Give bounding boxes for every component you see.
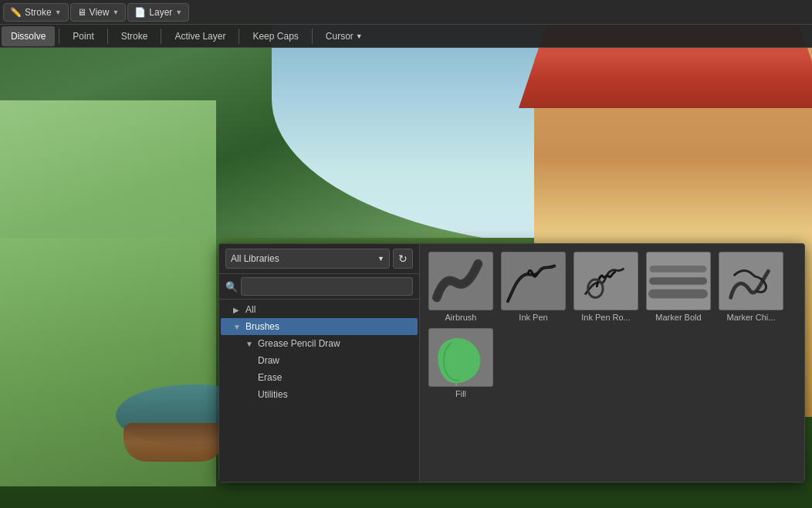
layer-icon: 📄 <box>134 7 146 18</box>
brush-label-inkpenro: Ink Pen Ro... <box>581 313 631 322</box>
brush-label-markerchi: Marker Chi... <box>727 313 776 322</box>
tree-brushes-label: Brushes <box>245 321 279 332</box>
panel-main: Airbrush Ink Pen <box>420 244 804 482</box>
all-chevron-icon: ▶ <box>233 306 242 314</box>
separator-4 <box>239 29 239 44</box>
layer-button[interactable]: 📄 Layer ▼ <box>127 3 189 22</box>
brush-item-inkpenro[interactable]: Ink Pen Ro... <box>571 250 641 323</box>
tree-item-utilities[interactable]: Utilities <box>221 386 418 403</box>
view-button[interactable]: 🖥 View ▼ <box>70 3 127 22</box>
refresh-button[interactable]: ↻ <box>393 249 413 269</box>
panel-sidebar: All Libraries ▼ ↻ 🔍 ▶ All ▼ Brushes ▼ <box>219 244 420 482</box>
brush-item-fill[interactable]: Fill <box>426 327 496 400</box>
brush-item-airbrush[interactable]: Airbrush <box>426 250 496 323</box>
tree-item-draw[interactable]: Draw <box>221 352 418 369</box>
stroke-button[interactable]: ✏️ Stroke ▼ <box>3 3 69 22</box>
layer-label: Layer <box>149 7 172 18</box>
brush-thumb-markerchi <box>719 252 783 310</box>
brush-item-markerchi[interactable]: Marker Chi... <box>716 250 786 323</box>
view-icon: 🖥 <box>77 7 86 18</box>
brush-label-inkpen: Ink Pen <box>519 313 547 322</box>
tree-all-label: All <box>245 304 255 315</box>
svg-rect-1 <box>502 252 565 310</box>
tab-active-layer[interactable]: Active Layer <box>165 26 235 46</box>
brush-label-airbrush: Airbrush <box>445 313 477 322</box>
tab-dissolve[interactable]: Dissolve <box>2 26 55 46</box>
search-bar: 🔍 <box>219 274 419 300</box>
view-label: View <box>90 7 110 18</box>
grease-chevron-icon: ▼ <box>245 340 255 348</box>
brush-item-markerbold[interactable]: Marker Bold <box>644 250 713 323</box>
brush-thumb-inkpen <box>501 252 566 310</box>
separator-5 <box>312 29 313 44</box>
brush-item-inkpen[interactable]: Ink Pen <box>499 250 568 323</box>
brush-label-fill: Fill <box>455 389 466 398</box>
search-input[interactable] <box>241 277 413 296</box>
top-toolbar: ✏️ Stroke ▼ 🖥 View ▼ 📄 Layer ▼ <box>0 0 812 25</box>
tree-utilities-label: Utilities <box>258 389 288 400</box>
brush-grid: Airbrush Ink Pen <box>420 244 804 482</box>
tab-stroke[interactable]: Stroke <box>112 26 157 46</box>
tree-draw-label: Draw <box>258 355 279 366</box>
library-label: All Libraries <box>231 253 279 264</box>
tree-item-brushes[interactable]: ▼ Brushes <box>221 318 418 335</box>
brush-thumb-inkpenro <box>573 252 638 310</box>
stroke-icon: ✏️ <box>10 7 22 18</box>
brush-thumb-markerbold <box>646 252 711 310</box>
brush-thumb-fill <box>428 328 493 387</box>
view-chevron-icon: ▼ <box>112 8 119 16</box>
library-selector: All Libraries ▼ ↻ <box>219 244 419 274</box>
cursor-chevron-icon: ▼ <box>356 32 363 40</box>
tab-keep-caps[interactable]: Keep Caps <box>243 26 307 46</box>
svg-rect-5 <box>719 252 783 310</box>
asset-tree: ▶ All ▼ Brushes ▼ Grease Pencil Draw Dra… <box>219 300 419 482</box>
brush-label-markerbold: Marker Bold <box>655 313 701 322</box>
tree-item-erase[interactable]: Erase <box>221 369 418 386</box>
tree-erase-label: Erase <box>258 372 282 383</box>
svg-rect-2 <box>574 252 638 310</box>
layer-chevron-icon: ▼ <box>175 8 182 16</box>
stroke-chevron-icon: ▼ <box>55 8 62 16</box>
search-icon: 🔍 <box>225 281 238 293</box>
separator-1 <box>59 29 59 44</box>
tab-cursor[interactable]: Cursor ▼ <box>316 26 372 46</box>
separator-2 <box>107 29 108 44</box>
tree-item-all[interactable]: ▶ All <box>221 301 418 318</box>
tree-grease-pencil-draw-label: Grease Pencil Draw <box>258 338 340 349</box>
second-toolbar: Dissolve Point Stroke Active Layer Keep … <box>0 25 812 48</box>
brushes-chevron-icon: ▼ <box>233 323 242 331</box>
library-chevron-icon: ▼ <box>377 255 384 262</box>
tab-point[interactable]: Point <box>63 26 103 46</box>
brush-thumb-airbrush <box>428 252 493 310</box>
tree-item-grease-pencil-draw[interactable]: ▼ Grease Pencil Draw <box>221 335 418 352</box>
library-dropdown[interactable]: All Libraries ▼ <box>225 249 390 269</box>
separator-3 <box>161 29 161 44</box>
asset-panel: All Libraries ▼ ↻ 🔍 ▶ All ▼ Brushes ▼ <box>218 243 805 483</box>
scene-boat <box>123 423 224 462</box>
stroke-label: Stroke <box>25 7 52 18</box>
